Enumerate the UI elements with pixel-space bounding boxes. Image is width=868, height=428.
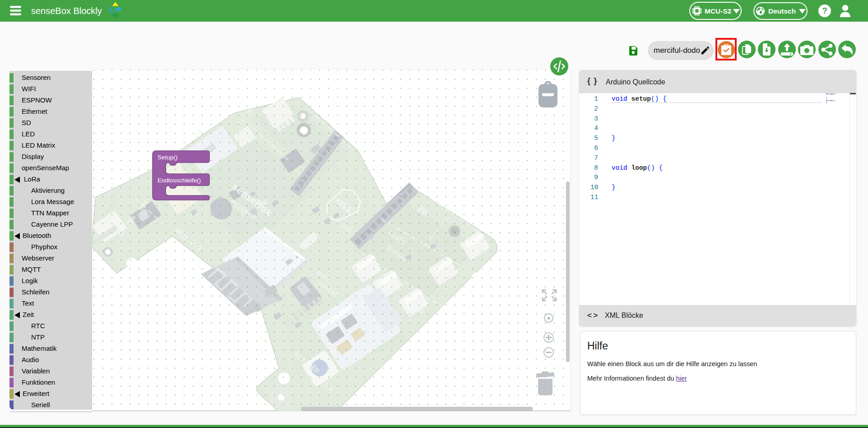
- svg-text:Setup(): Setup(): [158, 154, 177, 161]
- svg-text:Endlosschleife(): Endlosschleife(): [158, 177, 201, 184]
